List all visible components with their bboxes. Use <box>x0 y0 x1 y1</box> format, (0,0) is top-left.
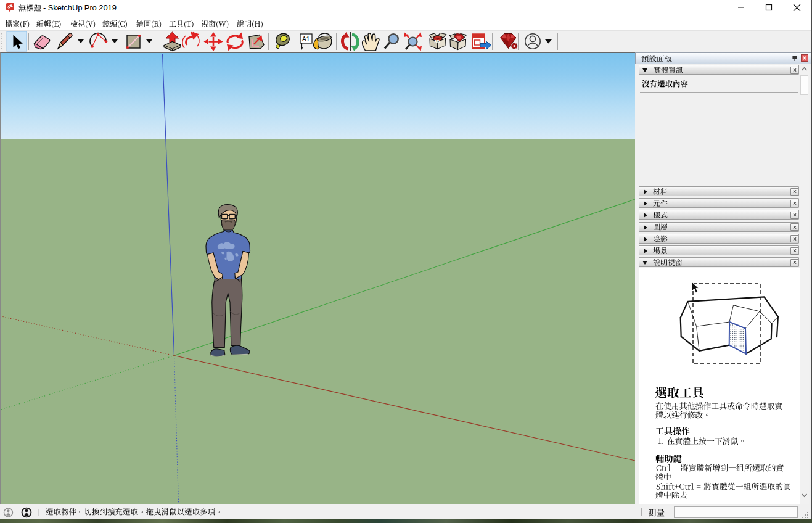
svg-text:A1: A1 <box>302 36 310 43</box>
svg-text:3D: 3D <box>435 39 440 44</box>
